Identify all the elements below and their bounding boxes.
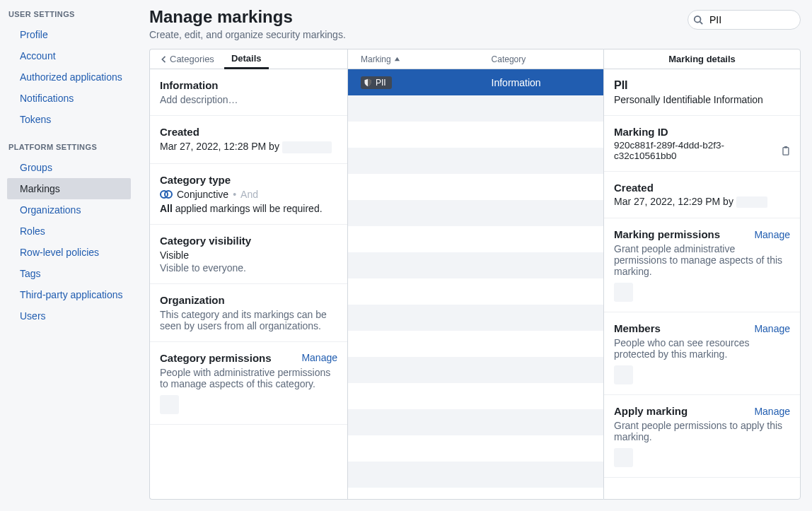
category-permissions-avatar	[160, 395, 179, 414]
table-row[interactable]	[348, 435, 603, 462]
page-header: Manage markings Create, edit, and organi…	[138, 7, 812, 49]
table-row[interactable]	[348, 357, 603, 383]
sidebar-item-row-level-policies[interactable]: Row-level policies	[7, 242, 131, 263]
manage-category-permissions-button[interactable]: Manage	[301, 352, 337, 363]
marking-details-body: PII Personally Identifiable Information …	[604, 69, 800, 499]
category-type-value-row: Conjunctive • And	[160, 189, 337, 200]
sidebar-item-third-party-applications[interactable]: Third-party applications	[7, 284, 131, 305]
marking-pill: PII	[361, 76, 392, 89]
sidebar-item-markings[interactable]: Markings	[7, 178, 131, 199]
sidebar-item-tags[interactable]: Tags	[7, 263, 131, 284]
sidebar-user-title: USER SETTINGS	[0, 10, 138, 24]
breadcrumb-categories[interactable]: Categories	[150, 54, 224, 64]
search-icon	[693, 15, 703, 25]
marking-id-value: 920c881f-289f-4ddd-b2f3-c32c10561bb0	[614, 140, 777, 161]
category-type-note: All applied markings will be required.	[160, 203, 337, 214]
created-by-redacted	[282, 141, 332, 153]
table-row[interactable]	[348, 409, 603, 435]
category-body: Information Add description… Created Mar…	[150, 69, 347, 499]
sidebar-item-profile[interactable]: Profile	[7, 24, 131, 45]
page-title: Manage markings	[149, 7, 346, 27]
marking-pill-label: PII	[376, 78, 386, 88]
category-permissions-title: Category permissions	[160, 352, 272, 364]
marking-created-label: Created	[614, 182, 790, 194]
table-row[interactable]	[348, 95, 603, 122]
table-row[interactable]	[348, 305, 603, 331]
manage-members-button[interactable]: Manage	[754, 323, 790, 334]
sidebar-item-authorized-applications[interactable]: Authorized applications	[7, 66, 131, 88]
section-marking-id: Marking ID 920c881f-289f-4ddd-b2f3-c32c1…	[604, 116, 800, 172]
category-panel-header: Categories Details	[150, 49, 347, 69]
table-row[interactable]	[348, 174, 603, 200]
conjunctive-icon	[160, 190, 173, 199]
apply-marking-note: Grant people permissions to apply this m…	[614, 420, 790, 442]
visibility-note: Visible to everyone.	[160, 262, 337, 274]
table-row[interactable]	[348, 331, 603, 357]
sidebar-item-tokens[interactable]: Tokens	[7, 109, 131, 130]
table-row[interactable]	[348, 200, 603, 226]
marking-created-by-redacted	[736, 196, 767, 208]
column-marking-sort[interactable]: Marking	[348, 54, 489, 64]
sidebar-item-users[interactable]: Users	[7, 305, 131, 327]
manage-apply-marking-button[interactable]: Manage	[754, 406, 790, 417]
markings-list-header: Marking Category	[348, 49, 603, 69]
sidebar-item-organizations[interactable]: Organizations	[7, 199, 131, 221]
created-value: Mar 27, 2022, 12:28 PM by	[160, 141, 337, 153]
column-marking-label: Marking	[361, 54, 391, 64]
section-marking-name: PII Personally Identifiable Information	[604, 69, 800, 116]
table-row[interactable]	[348, 278, 603, 305]
members-avatar	[614, 365, 633, 384]
sidebar-item-account[interactable]: Account	[7, 45, 131, 66]
section-marking-permissions: Marking permissions Manage Grant people …	[604, 218, 800, 312]
panels: Categories Details Information Add descr…	[138, 49, 812, 511]
tab-details[interactable]: Details	[224, 50, 269, 69]
marking-permissions-note: Grant people administrative permissions …	[614, 243, 790, 277]
category-type-value: Conjunctive	[177, 189, 228, 200]
section-information: Information Add description…	[150, 69, 347, 116]
section-category-permissions: Category permissions Manage People with …	[150, 342, 347, 425]
members-label: Members	[614, 322, 661, 334]
chevron-left-icon	[160, 56, 167, 63]
table-row[interactable]	[348, 462, 603, 488]
category-type-and: And	[240, 189, 258, 200]
members-note: People who can see resources protected b…	[614, 337, 790, 360]
information-description[interactable]: Add description…	[160, 94, 337, 105]
search-input[interactable]	[688, 10, 801, 30]
apply-marking-avatar	[614, 448, 633, 467]
markings-list-panel: Marking Category PII Information	[347, 49, 603, 500]
page-subtitle: Create, edit, and organize security mark…	[149, 29, 346, 40]
marking-details-panel: Marking details PII Personally Identifia…	[603, 49, 801, 500]
section-visibility: Category visibility Visible Visible to e…	[150, 225, 347, 284]
page-header-text: Manage markings Create, edit, and organi…	[149, 7, 346, 40]
sidebar-user-section: USER SETTINGS Profile Account Authorized…	[0, 10, 138, 130]
visibility-title: Category visibility	[160, 235, 337, 247]
sidebar: USER SETTINGS Profile Account Authorized…	[0, 0, 138, 511]
marking-row-pii-cat: Information	[489, 77, 603, 88]
sidebar-item-groups[interactable]: Groups	[7, 157, 131, 178]
svg-line-1	[700, 22, 703, 25]
markings-list-body: PII Information	[348, 69, 603, 499]
table-row[interactable]	[348, 383, 603, 409]
sidebar-platform-title: PLATFORM SETTINGS	[0, 143, 138, 157]
column-category-label[interactable]: Category	[489, 54, 603, 64]
table-row[interactable]	[348, 148, 603, 174]
sidebar-item-roles[interactable]: Roles	[7, 221, 131, 242]
marking-permissions-avatar	[614, 283, 633, 302]
section-category-type: Category type Conjunctive • And All appl…	[150, 164, 347, 225]
marking-id-label: Marking ID	[614, 126, 790, 138]
category-type-title: Category type	[160, 174, 337, 186]
marking-row-pii[interactable]: PII Information	[348, 69, 603, 95]
marking-description: Personally Identifiable Information	[614, 94, 790, 105]
category-type-sep: •	[233, 189, 236, 200]
table-row[interactable]	[348, 122, 603, 148]
created-title: Created	[160, 126, 337, 138]
apply-marking-label: Apply marking	[614, 405, 688, 417]
table-row[interactable]	[348, 252, 603, 278]
sidebar-item-notifications[interactable]: Notifications	[7, 88, 131, 109]
table-row[interactable]	[348, 226, 603, 252]
svg-rect-4	[783, 148, 789, 155]
organization-title: Organization	[160, 294, 337, 306]
copy-marking-id-button[interactable]	[781, 146, 790, 155]
marking-id-row: 920c881f-289f-4ddd-b2f3-c32c10561bb0	[614, 140, 790, 161]
manage-marking-permissions-button[interactable]: Manage	[754, 229, 790, 240]
